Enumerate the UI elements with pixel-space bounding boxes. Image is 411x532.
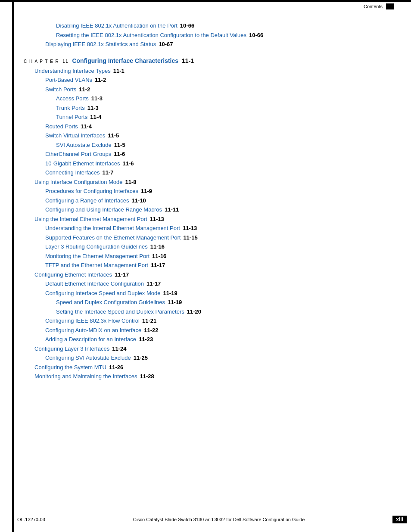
toc-link[interactable]: Configuring Interface Speed and Duplex M…	[45, 289, 160, 298]
toc-page: 11-19	[163, 289, 177, 298]
list-item: Adding a Description for an Interface 11…	[45, 335, 394, 344]
list-item: Configuring IEEE 802.3x Flow Control 11-…	[45, 317, 394, 325]
toc-link-reset-ieee[interactable]: Resetting the IEEE 802.1x Authentication…	[56, 31, 246, 40]
toc-page: 11-17	[146, 280, 161, 288]
toc-page: 11-8	[125, 178, 137, 187]
list-item: Setting the Interface Speed and Duplex P…	[56, 308, 394, 316]
toc-link[interactable]: Switch Ports	[45, 85, 76, 94]
toc-link-display-ieee[interactable]: Displaying IEEE 802.1x Statistics and St…	[45, 40, 156, 49]
toc-page: 11-16	[150, 243, 165, 251]
toc-page: 11-4	[90, 113, 101, 121]
toc-link[interactable]: Routed Ports	[45, 122, 78, 131]
toc-link[interactable]: Configuring a Range of Interfaces	[45, 196, 129, 205]
list-item: Monitoring the Ethernet Management Port …	[45, 252, 394, 261]
list-item: Monitoring and Maintaining the Interface…	[34, 372, 394, 381]
toc-entry-reset-ieee: Resetting the IEEE 802.1x Authentication…	[56, 31, 394, 40]
list-item: Switch Virtual Interfaces 11-5	[45, 131, 394, 140]
toc-page: 11-25	[134, 354, 148, 362]
toc-link[interactable]: Speed and Duplex Configuration Guideline…	[56, 298, 165, 307]
toc-page: 11-16	[152, 252, 166, 261]
toc-link[interactable]: Configuring Auto-MDIX on an Interface	[45, 326, 141, 335]
toc-link[interactable]: Default Ethernet Interface Configuration	[45, 280, 144, 288]
toc-page: 11-24	[112, 345, 126, 353]
toc-link[interactable]: Supported Features on the Ethernet Manag…	[45, 233, 181, 242]
footer-title: Cisco Catalyst Blade Switch 3130 and 303…	[45, 517, 392, 522]
list-item: Understanding the Internal Ethernet Mana…	[45, 224, 394, 233]
toc-page-disable-ieee: 10-66	[180, 22, 194, 30]
toc-link[interactable]: Using Interface Configuration Mode	[34, 178, 123, 187]
toc-page: 11-28	[140, 372, 154, 381]
toc-page-display-ieee: 10-67	[159, 40, 173, 49]
list-item: Configuring the System MTU 11-26	[34, 363, 394, 372]
list-item: Tunnel Ports 11-4	[56, 113, 394, 121]
toc-page: 11-9	[141, 187, 152, 196]
toc-page: 11-20	[187, 308, 201, 316]
toc-page: 11-11	[165, 205, 179, 214]
toc-link[interactable]: Access Ports	[56, 94, 89, 103]
toc-page: 11-2	[79, 85, 90, 94]
toc-page: 11-22	[144, 326, 158, 335]
list-item: 10-Gigabit Ethernet Interfaces 11-6	[45, 159, 394, 168]
list-item: Procedures for Configuring Interfaces 11…	[45, 187, 394, 196]
chapter-title-link[interactable]: Configuring Interface Characteristics	[72, 57, 178, 64]
footer-right: xiii	[392, 516, 407, 523]
toc-link[interactable]: Switch Virtual Interfaces	[45, 131, 105, 140]
toc-page: 11-6	[122, 159, 134, 168]
list-item: Routed Ports 11-4	[45, 122, 394, 131]
list-item: Using Interface Configuration Mode 11-8	[34, 178, 394, 187]
footer-doc-number: OL-13270-03	[17, 517, 45, 522]
toc-link[interactable]: Layer 3 Routing Configuration Guidelines	[45, 243, 148, 251]
list-item: Connecting Interfaces 11-7	[45, 168, 394, 177]
toc-link[interactable]: Tunnel Ports	[56, 113, 87, 121]
toc-link[interactable]: Configuring SVI Autostate Exclude	[45, 354, 131, 362]
toc-page: 11-17	[151, 261, 165, 270]
toc-page: 11-26	[109, 363, 123, 372]
toc-page: 11-5	[114, 141, 125, 149]
toc-link[interactable]: EtherChannel Port Groups	[45, 150, 111, 159]
header-area: Contents	[364, 3, 394, 9]
footer-page-number: xiii	[392, 516, 407, 523]
list-item: Trunk Ports 11-3	[56, 104, 394, 112]
list-item: Configuring a Range of Interfaces 11-10	[45, 196, 394, 205]
toc-link[interactable]: Understanding the Internal Ethernet Mana…	[45, 224, 180, 233]
toc-link[interactable]: Configuring the System MTU	[34, 363, 106, 372]
toc-link[interactable]: Trunk Ports	[56, 104, 85, 112]
list-item: Using the Internal Ethernet Management P…	[34, 215, 394, 224]
list-item: Default Ethernet Interface Configuration…	[45, 280, 394, 288]
toc-link[interactable]: Understanding Interface Types	[34, 67, 111, 75]
toc-link[interactable]: Procedures for Configuring Interfaces	[45, 187, 138, 196]
toc-link[interactable]: Configuring and Using Interface Range Ma…	[45, 205, 162, 214]
list-item: Configuring Auto-MDIX on an Interface 11…	[45, 326, 394, 335]
toc-link[interactable]: SVI Autostate Exclude	[56, 141, 112, 149]
toc-page: 11-21	[142, 317, 156, 325]
toc-page: 11-19	[168, 298, 182, 307]
toc-link-disable-ieee[interactable]: Disabling IEEE 802.1x Authentication on …	[56, 22, 177, 30]
list-item: Switch Ports 11-2	[45, 85, 394, 94]
page-container: Contents Disabling IEEE 802.1x Authentic…	[0, 0, 411, 532]
footer-left-box	[12, 516, 14, 523]
toc-link[interactable]: Using the Internal Ethernet Management P…	[34, 215, 147, 224]
header-contents-label: Contents	[364, 4, 383, 9]
list-item: TFTP and the Ethernet Management Port 11…	[45, 261, 394, 270]
list-item: Understanding Interface Types 11-1	[34, 67, 394, 75]
toc-link[interactable]: Monitoring the Ethernet Management Port	[45, 252, 149, 261]
list-item: EtherChannel Port Groups 11-6	[45, 150, 394, 159]
toc-page: 11-13	[150, 215, 164, 224]
footer: OL-13270-03 Cisco Catalyst Blade Switch …	[0, 516, 411, 523]
toc-link[interactable]: TFTP and the Ethernet Management Port	[45, 261, 148, 270]
toc-link[interactable]: Setting the Interface Speed and Duplex P…	[56, 308, 184, 316]
toc-link[interactable]: Adding a Description for an Interface	[45, 335, 136, 344]
toc-link[interactable]: Connecting Interfaces	[45, 168, 100, 177]
top-border-bar	[0, 0, 411, 2]
toc-link[interactable]: 10-Gigabit Ethernet Interfaces	[45, 159, 120, 168]
toc-link[interactable]: Configuring Layer 3 Interfaces	[34, 345, 109, 353]
toc-link[interactable]: Configuring IEEE 802.3x Flow Control	[45, 317, 140, 325]
toc-link[interactable]: Configuring Ethernet Interfaces	[34, 271, 112, 279]
toc-link[interactable]: Port-Based VLANs	[45, 76, 92, 84]
list-item: Configuring Layer 3 Interfaces 11-24	[34, 345, 394, 353]
toc-link[interactable]: Monitoring and Maintaining the Interface…	[34, 372, 137, 381]
toc-page: 11-23	[139, 335, 153, 344]
toc-page: 11-5	[108, 131, 119, 140]
list-item: Configuring Ethernet Interfaces 11-17	[34, 271, 394, 279]
toc-page: 11-3	[91, 94, 103, 103]
